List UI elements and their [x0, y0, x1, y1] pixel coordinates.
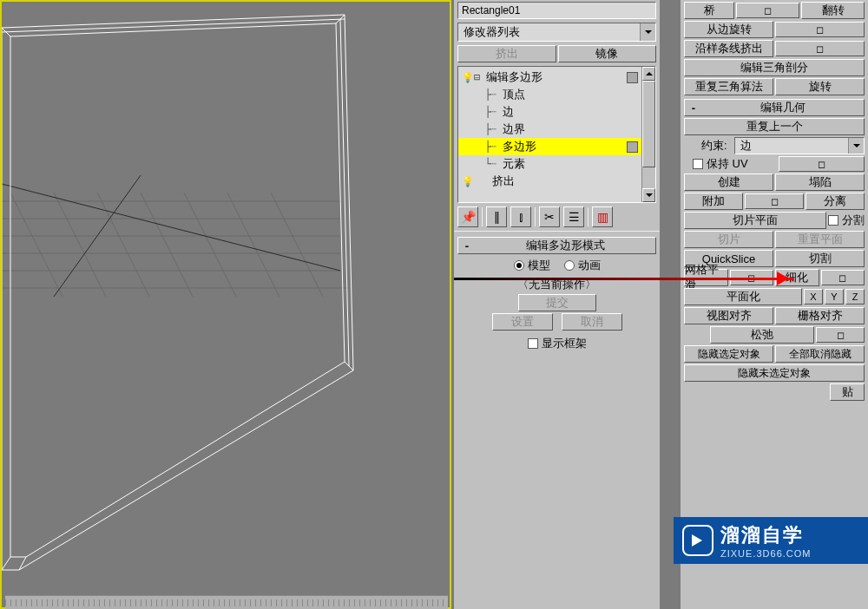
planarize-x-button[interactable]: X: [804, 289, 823, 304]
svg-line-6: [10, 193, 62, 297]
grid-align-button[interactable]: 栅格对齐: [775, 307, 865, 324]
mirror-button[interactable]: 镜像: [558, 45, 657, 62]
edit-poly-mode-rollout-header[interactable]: - 编辑多边形模式: [457, 237, 656, 254]
object-name-field[interactable]: Rectangle01: [457, 2, 656, 19]
tree-row-edit-poly[interactable]: 💡 ⊟ 编辑多边形: [458, 69, 641, 86]
extrude-spline-settings-button[interactable]: ◻: [775, 41, 865, 56]
preserve-uv-checkbox[interactable]: 保持 UV: [684, 156, 777, 172]
timeline-ruler[interactable]: [5, 595, 448, 609]
subobj-box-icon[interactable]: [627, 72, 638, 83]
unhide-all-button[interactable]: 全部取消隐藏: [775, 345, 865, 363]
rotate-button[interactable]: 旋转: [775, 78, 865, 95]
viewport-3d[interactable]: [0, 0, 451, 609]
svg-line-13: [2, 184, 340, 271]
svg-line-11: [227, 193, 279, 297]
slice-button[interactable]: 切片: [684, 231, 773, 248]
tree-row-polygon[interactable]: ├┈ 多边形: [458, 138, 641, 155]
hide-unselected-button[interactable]: 隐藏未选定对象: [684, 364, 865, 382]
subobj-box-icon[interactable]: [627, 141, 638, 153]
svg-line-8: [97, 193, 149, 297]
remove-modifier-button[interactable]: ✂: [539, 206, 560, 227]
reset-plane-button[interactable]: 重置平面: [775, 231, 865, 248]
cut-button[interactable]: 切割: [775, 250, 865, 267]
tree-row-element[interactable]: └┈ 元素: [458, 155, 641, 173]
pin-stack-button[interactable]: 📌: [457, 206, 478, 227]
watermark-title: 溜溜自学: [720, 522, 811, 548]
combo-text: 修改器列表: [458, 24, 640, 40]
modifier-panel: Rectangle01 修改器列表 挤出 镜像 💡 ⊟ 编辑多边形 ├┈ 顶点 …: [454, 0, 660, 609]
chevron-down-icon[interactable]: [848, 138, 864, 154]
planarize-y-button[interactable]: Y: [825, 289, 844, 304]
mode-animate-radio[interactable]: 动画: [564, 258, 601, 273]
bridge-settings-button[interactable]: ◻: [736, 3, 799, 18]
show-cage-checkbox[interactable]: 显示框架: [528, 336, 587, 351]
lightbulb-icon[interactable]: 💡: [462, 72, 474, 83]
extrude-spline-button[interactable]: 沿样条线挤出: [684, 40, 773, 57]
svg-line-18: [2, 557, 10, 570]
commit-button[interactable]: 提交: [518, 294, 596, 311]
paste-button[interactable]: 贴: [830, 383, 865, 401]
make-unique-button[interactable]: ⫿: [510, 206, 531, 227]
slice-plane-button[interactable]: 切片平面: [684, 212, 826, 229]
watermark-badge: 溜溜自学 ZIXUE.3D66.COM: [674, 517, 868, 564]
collapse-button[interactable]: 塌陷: [775, 174, 865, 191]
scroll-down-icon[interactable]: [642, 188, 655, 202]
relax-button[interactable]: 松弛: [710, 326, 814, 344]
planarize-button[interactable]: 平面化: [684, 288, 802, 305]
cancel-button[interactable]: 取消: [562, 313, 622, 331]
extrude-button[interactable]: 挤出: [457, 45, 556, 62]
watermark-url: ZIXUE.3D66.COM: [720, 548, 811, 559]
tree-row-vertex[interactable]: ├┈ 顶点: [458, 86, 641, 103]
edit-tri-button[interactable]: 编辑三角剖分: [684, 59, 865, 76]
spin-edge-button[interactable]: 从边旋转: [684, 21, 773, 38]
show-end-result-button[interactable]: ‖: [486, 206, 507, 227]
svg-line-21: [340, 19, 349, 366]
constraint-combo[interactable]: 边: [734, 137, 865, 154]
mode-model-radio[interactable]: 模型: [514, 258, 550, 273]
tree-row-base[interactable]: 💡 挤出: [458, 173, 641, 190]
lightbulb-icon[interactable]: 💡: [462, 176, 474, 187]
view-align-button[interactable]: 视图对齐: [684, 307, 773, 324]
wireframe-drawing: [2, 2, 450, 607]
hide-selected-button[interactable]: 隐藏选定对象: [684, 345, 773, 363]
annotation-arrow: [454, 278, 794, 280]
svg-line-10: [184, 193, 236, 297]
configure-sets-button[interactable]: ▥: [592, 206, 613, 227]
object-name-text: Rectangle01: [462, 4, 520, 16]
detach-button[interactable]: 分离: [806, 193, 865, 210]
tree-row-border[interactable]: ├┈ 边界: [458, 121, 641, 138]
retriangulate-button[interactable]: 重复三角算法: [684, 78, 773, 95]
chevron-down-icon[interactable]: [640, 23, 655, 41]
svg-line-9: [141, 193, 193, 297]
attach-button[interactable]: 附加: [684, 193, 743, 210]
minus-icon: -: [458, 239, 476, 252]
preserve-uv-settings-button[interactable]: ◻: [779, 156, 865, 172]
tessellate-settings-button[interactable]: ◻: [821, 270, 865, 285]
attach-settings-button[interactable]: ◻: [745, 193, 804, 209]
settings-button[interactable]: 设置: [492, 313, 553, 331]
svg-line-12: [271, 193, 323, 297]
split-checkbox[interactable]: 分割: [828, 213, 865, 228]
minus-icon: -: [685, 102, 702, 115]
constraint-label: 约束:: [684, 138, 727, 154]
tree-row-edge[interactable]: ├┈ 边: [458, 103, 641, 121]
repeat-last-button[interactable]: 重复上一个: [684, 118, 865, 135]
create-button[interactable]: 创建: [684, 174, 773, 191]
tree-scrollbar[interactable]: [641, 67, 655, 202]
bridge-button[interactable]: 桥: [684, 2, 734, 19]
scroll-thumb[interactable]: [642, 81, 655, 167]
scroll-up-icon[interactable]: [642, 67, 655, 81]
planarize-z-button[interactable]: Z: [845, 289, 865, 304]
play-icon: [682, 525, 713, 556]
modifier-stack-tree[interactable]: 💡 ⊟ 编辑多边形 ├┈ 顶点 ├┈ 边 ├┈ 边界 ├┈ 多边形: [457, 66, 656, 203]
edit-geometry-rollout-header[interactable]: - 编辑几何: [684, 99, 865, 116]
modifier-list-combo[interactable]: 修改器列表: [457, 23, 656, 42]
spin-edge-settings-button[interactable]: ◻: [775, 22, 865, 37]
configure-button[interactable]: ☰: [563, 206, 584, 227]
stack-toolbar: 📌 ‖ ⫿ ✂ ☰ ▥: [457, 206, 656, 227]
flip-button[interactable]: 翻转: [801, 2, 865, 19]
relax-settings-button[interactable]: ◻: [816, 327, 865, 343]
